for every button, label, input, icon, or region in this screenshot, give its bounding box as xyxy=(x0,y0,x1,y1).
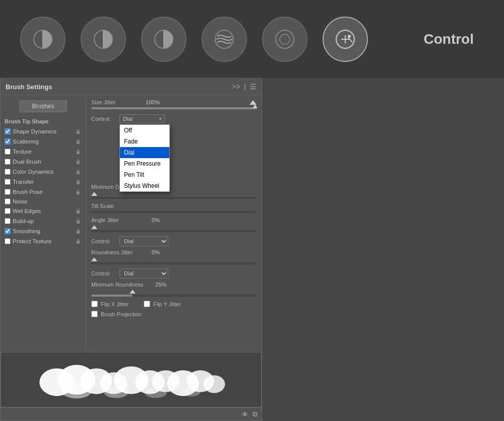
dropdown-fade[interactable]: Fade xyxy=(120,136,169,147)
svg-rect-23 xyxy=(77,231,80,234)
svg-point-34 xyxy=(203,375,225,393)
sidebar-item-4[interactable]: Color Dynamics xyxy=(1,167,86,177)
brush-icon-3[interactable] xyxy=(141,17,186,62)
lock-icon-0 xyxy=(75,128,82,135)
flip-y-checkbox[interactable] xyxy=(144,301,150,307)
brush-icon-5[interactable] xyxy=(262,17,307,62)
svg-rect-15 xyxy=(77,141,80,144)
control-selected-value: Dial xyxy=(123,116,133,122)
svg-rect-20 xyxy=(77,191,80,194)
size-jitter-label: Size Jitter xyxy=(91,99,137,105)
sidebar-item-5[interactable]: Transfer xyxy=(1,177,86,187)
sidebar-item-8[interactable]: Wet Edges xyxy=(1,206,86,216)
flip-x-checkbox[interactable] xyxy=(91,301,98,307)
sidebar-checkbox-0[interactable] xyxy=(5,128,11,134)
lock-icon-6 xyxy=(75,188,82,195)
sidebar-checkbox-9[interactable] xyxy=(5,218,11,224)
svg-point-36 xyxy=(104,386,129,398)
sidebar-checkbox-11[interactable] xyxy=(5,238,11,244)
sidebar-label-7: Noise xyxy=(13,198,82,204)
expand-icon[interactable]: >> xyxy=(232,83,240,91)
brush-projection-checkbox[interactable] xyxy=(91,311,98,317)
sidebar-label-10: Smoothing xyxy=(13,228,73,234)
control-label-3: Control: xyxy=(91,270,116,276)
sidebar-checkbox-6[interactable] xyxy=(5,189,11,195)
sidebar-checkbox-3[interactable] xyxy=(5,159,11,165)
sidebar-item-10[interactable]: Smoothing xyxy=(1,226,86,236)
sidebar-label-3: Dual Brush xyxy=(13,159,73,165)
sidebar-checkbox-4[interactable] xyxy=(5,169,11,175)
control-label: Control xyxy=(423,31,474,47)
eye-icon[interactable]: 👁 xyxy=(241,410,248,418)
control-label-1: Control: xyxy=(91,116,116,122)
brush-icon-2[interactable] xyxy=(81,17,126,62)
sidebar-checkbox-2[interactable] xyxy=(5,149,11,155)
brush-icon-4[interactable] xyxy=(202,17,247,62)
control-select-2[interactable]: Dial Off Fade Pen Pressure Pen Tilt Styl… xyxy=(119,236,168,246)
sidebar-checkbox-8[interactable] xyxy=(5,208,11,214)
lock-icon-5 xyxy=(75,178,82,185)
angle-jitter-slider[interactable] xyxy=(91,230,257,232)
svg-point-38 xyxy=(180,388,200,397)
size-jitter-slider[interactable] xyxy=(91,107,257,109)
sidebar-checkbox-1[interactable] xyxy=(5,138,11,145)
lock-icon-8 xyxy=(75,207,82,215)
svg-rect-16 xyxy=(77,151,80,154)
sidebar-item-7[interactable]: Noise xyxy=(1,197,86,206)
brush-projection-label: Brush Projection xyxy=(101,311,142,317)
control-select-3[interactable]: Dial Off Fade Pen Pressure Pen Tilt Styl… xyxy=(119,268,168,278)
svg-point-35 xyxy=(62,384,92,398)
sidebar-item-9[interactable]: Build-up xyxy=(1,216,86,226)
control-row-2: Control: Dial Off Fade Pen Pressure Pen … xyxy=(91,236,257,246)
sidebar-items-container: Shape DynamicsScatteringTextureDual Brus… xyxy=(1,126,86,246)
svg-rect-24 xyxy=(77,241,80,244)
dropdown-dial[interactable]: Dial xyxy=(120,147,169,158)
sidebar-section-title: Brush Tip Shape xyxy=(1,116,86,126)
sidebar-item-1[interactable]: Scattering xyxy=(1,136,86,147)
brush-icon-1[interactable] xyxy=(20,17,66,62)
control-select-wrapper: Dial Off Fade Dial Pen Pressure Pen Tilt… xyxy=(119,114,165,123)
sidebar-item-6[interactable]: Brush Pose xyxy=(1,187,86,197)
top-toolbar: Control xyxy=(0,0,504,78)
dropdown-off[interactable]: Off xyxy=(120,125,169,136)
min-roundness-slider[interactable] xyxy=(91,295,257,297)
roundness-jitter-value: 0% xyxy=(140,249,160,255)
brush-icon-6[interactable] xyxy=(323,17,368,62)
min-roundness-value: 25% xyxy=(146,282,166,288)
right-content: Size Jitter 100% Control: xyxy=(86,95,262,352)
angle-jitter-label: Angle Jitter xyxy=(91,217,137,223)
roundness-jitter-row: Roundness Jitter 0% xyxy=(91,249,257,255)
duplicate-icon[interactable]: ⧉ xyxy=(253,410,258,418)
sidebar-checkbox-10[interactable] xyxy=(5,228,11,234)
sidebar-checkbox-5[interactable] xyxy=(5,179,11,185)
main-area: Brush Settings >> | ☰ Brushes Brush Tip … xyxy=(0,78,504,421)
control-dropdown-menu: Off Fade Dial Pen Pressure Pen Tilt Styl… xyxy=(119,124,170,192)
tilt-scale-slider[interactable] xyxy=(91,211,257,213)
lock-icon-10 xyxy=(75,228,82,235)
control-dropdown-trigger[interactable]: Dial xyxy=(119,114,165,123)
sidebar-item-11[interactable]: Protect Texture xyxy=(1,236,86,246)
angle-jitter-value: 0% xyxy=(140,217,160,223)
sidebar-item-0[interactable]: Shape Dynamics xyxy=(1,126,86,136)
control-row-1: Control: Dial Off Fade Dial Pen Pressure… xyxy=(91,114,257,123)
sidebar-item-3[interactable]: Dual Brush xyxy=(1,157,86,167)
lock-icon-3 xyxy=(75,158,82,165)
lock-icon-2 xyxy=(75,148,82,155)
tilt-scale-label: Tilt Scale xyxy=(91,203,137,209)
panel-content: Brushes Brush Tip Shape Shape DynamicsSc… xyxy=(1,95,262,352)
min-roundness-row: Minimum Roundness 25% xyxy=(91,282,257,288)
dropdown-pen-tilt[interactable]: Pen Tilt xyxy=(120,169,169,180)
dropdown-pen-pressure[interactable]: Pen Pressure xyxy=(120,158,169,169)
dropdown-stylus-wheel[interactable]: Stylus Wheel xyxy=(120,180,169,191)
sidebar-item-2[interactable]: Texture xyxy=(1,147,86,157)
sidebar-label-1: Scattering xyxy=(13,138,73,145)
menu-icon[interactable]: ☰ xyxy=(250,83,257,91)
control-label-2: Control: xyxy=(91,238,116,244)
brushes-button[interactable]: Brushes xyxy=(19,100,67,112)
svg-point-37 xyxy=(145,388,166,398)
panel-header: Brush Settings >> | ☰ xyxy=(1,79,262,95)
sidebar-label-8: Wet Edges xyxy=(13,208,73,214)
sidebar-checkbox-7[interactable] xyxy=(5,198,11,204)
roundness-jitter-slider[interactable] xyxy=(91,262,257,264)
min-diameter-slider[interactable] xyxy=(91,197,257,199)
